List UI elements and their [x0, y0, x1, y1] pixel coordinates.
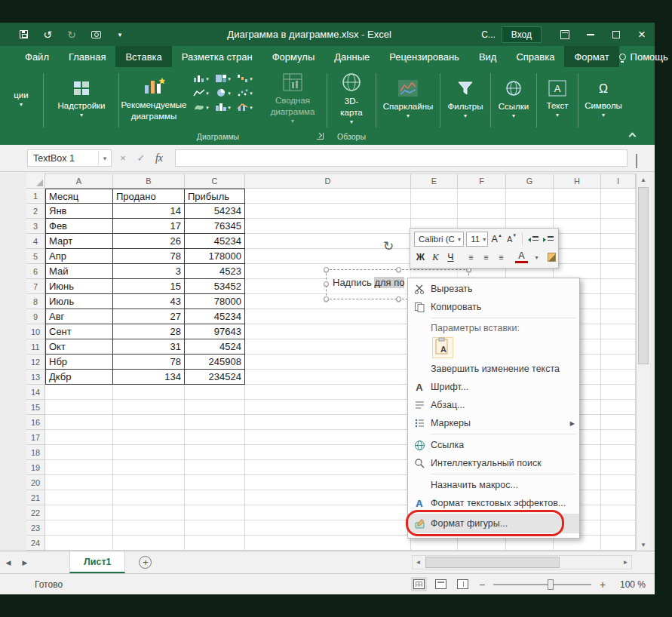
row-header-11[interactable]: 11	[26, 339, 45, 355]
row-header-14[interactable]: 14	[26, 385, 45, 400]
cell-A6[interactable]: Май	[45, 264, 113, 279]
cell-B7[interactable]: 15	[113, 279, 185, 294]
row-header-2[interactable]: 2	[26, 204, 45, 219]
cell-C10[interactable]: 97643	[185, 324, 245, 339]
cell-I8[interactable]	[601, 294, 636, 309]
chart-type-scatter-button[interactable]: ▾	[234, 87, 256, 100]
cell-I22[interactable]	[601, 505, 636, 520]
help-button[interactable]: Помощь	[631, 51, 668, 63]
scroll-right-icon[interactable]: ►	[620, 559, 631, 566]
symbols-button[interactable]: Ω Символы ▾	[580, 69, 627, 129]
cell-D19[interactable]	[245, 460, 411, 475]
menu-item-copy[interactable]: Копировать	[408, 298, 579, 316]
underline-button[interactable]: Ч	[444, 250, 457, 265]
cell-D22[interactable]	[245, 505, 411, 520]
cell-D14[interactable]	[245, 385, 411, 400]
cell-D24[interactable]	[245, 536, 411, 551]
cell-H6[interactable]	[554, 264, 601, 279]
cell-B15[interactable]	[113, 400, 185, 415]
selection-handle[interactable]	[396, 267, 401, 272]
chart-type-map-button[interactable]: ▾	[190, 101, 212, 114]
cell-B20[interactable]	[113, 475, 185, 490]
menu-item-exit-edit-text[interactable]: Завершить изменение текста	[408, 360, 579, 378]
selection-handle[interactable]	[396, 296, 401, 302]
ribbon-tab-help[interactable]: Справка	[506, 46, 564, 67]
row-header-9[interactable]: 9	[26, 309, 45, 324]
page-layout-view-button[interactable]	[433, 577, 449, 591]
cell-D17[interactable]	[245, 430, 411, 445]
horizontal-scrollbar[interactable]: ◄ ►	[412, 555, 632, 569]
cell-I12[interactable]	[601, 355, 636, 370]
cell-D20[interactable]	[245, 475, 411, 490]
selection-handle[interactable]	[324, 267, 329, 272]
cell-B19[interactable]	[113, 460, 185, 475]
cell-B22[interactable]	[113, 505, 185, 520]
chart-type-combo-button[interactable]: ▾	[234, 101, 256, 114]
bold-button[interactable]: Ж	[414, 250, 427, 265]
shrink-font-button[interactable]: А▼	[505, 232, 518, 247]
cell-C8[interactable]: 78000	[185, 294, 245, 309]
cell-A10[interactable]: Сент	[45, 324, 113, 339]
cell-H2[interactable]	[554, 204, 601, 219]
row-header-15[interactable]: 15	[26, 400, 45, 415]
menu-item-format-shape[interactable]: Формат фигуры...	[408, 514, 579, 533]
chart-type-waterfall-button[interactable]: ▾	[234, 72, 256, 85]
select-all-corner[interactable]	[26, 173, 45, 189]
cell-H3[interactable]	[554, 219, 601, 234]
format-painter-button[interactable]	[545, 250, 558, 265]
row-header-5[interactable]: 5	[26, 249, 45, 264]
selection-handle[interactable]	[324, 281, 329, 287]
redo-button[interactable]: ↻	[65, 28, 78, 41]
cell-A4[interactable]: Март	[45, 234, 113, 249]
cell-B2[interactable]: 14	[113, 204, 185, 219]
cell-C22[interactable]	[185, 505, 245, 520]
cell-B5[interactable]: 78	[113, 249, 185, 264]
cell-H1[interactable]	[554, 189, 601, 204]
sparklines-button[interactable]: Спарклайны ▾	[378, 69, 438, 129]
normal-view-button[interactable]	[411, 577, 427, 591]
font-color-dropdown[interactable]: ▾	[530, 250, 543, 265]
row-header-16[interactable]: 16	[26, 415, 45, 430]
column-header-C[interactable]: C	[185, 173, 245, 189]
cell-I13[interactable]	[601, 370, 636, 385]
paste-option-keep-text-button[interactable]: А	[432, 337, 453, 358]
cell-I14[interactable]	[601, 385, 636, 400]
addins-button[interactable]: Надстройки ▾	[45, 69, 118, 129]
links-button[interactable]: Ссылки ▾	[492, 69, 535, 129]
close-button[interactable]: ×	[629, 23, 655, 46]
cell-C5[interactable]: 178000	[185, 249, 245, 264]
cell-D18[interactable]	[245, 445, 411, 460]
cell-A9[interactable]: Авг	[45, 309, 113, 324]
cell-C24[interactable]	[185, 536, 245, 551]
row-header-18[interactable]: 18	[26, 445, 45, 460]
menu-item-assign-macro[interactable]: Назначить макрос...	[408, 476, 579, 494]
decrease-indent-button[interactable]	[526, 232, 539, 247]
cell-C7[interactable]: 53452	[185, 279, 245, 294]
formula-bar-expand-button[interactable]	[636, 154, 637, 167]
align-center-button[interactable]: ≡	[480, 250, 492, 265]
cell-I1[interactable]	[601, 189, 636, 204]
cell-B17[interactable]	[113, 430, 185, 445]
ribbon-tab-review[interactable]: Рецензировань	[379, 46, 469, 67]
cell-A7[interactable]: Июнь	[45, 279, 113, 294]
cell-C21[interactable]	[185, 490, 245, 505]
cell-A2[interactable]: Янв	[45, 204, 113, 219]
cell-C2[interactable]: 54234	[185, 204, 245, 219]
ribbon-tab-format[interactable]: Формат	[564, 46, 618, 67]
row-header-4[interactable]: 4	[26, 234, 45, 249]
undo-button[interactable]: ↺	[41, 28, 54, 41]
row-header-23[interactable]: 23	[26, 520, 45, 536]
horizontal-scroll-thumb[interactable]	[425, 557, 560, 568]
ribbon-tab-page-layout[interactable]: Разметка стран	[172, 46, 262, 67]
cell-D9[interactable]	[245, 309, 411, 324]
cell-I21[interactable]	[601, 490, 636, 505]
cell-A22[interactable]	[45, 505, 113, 520]
ribbon-tab-data[interactable]: Данные	[324, 46, 379, 67]
insert-function-button[interactable]: fx	[151, 150, 167, 167]
cell-B13[interactable]: 134	[113, 370, 185, 385]
cell-B9[interactable]: 27	[113, 309, 185, 324]
increase-indent-button[interactable]	[542, 232, 554, 247]
cell-B24[interactable]	[113, 536, 185, 551]
cell-D1[interactable]	[245, 189, 411, 204]
cell-I9[interactable]	[601, 309, 636, 324]
